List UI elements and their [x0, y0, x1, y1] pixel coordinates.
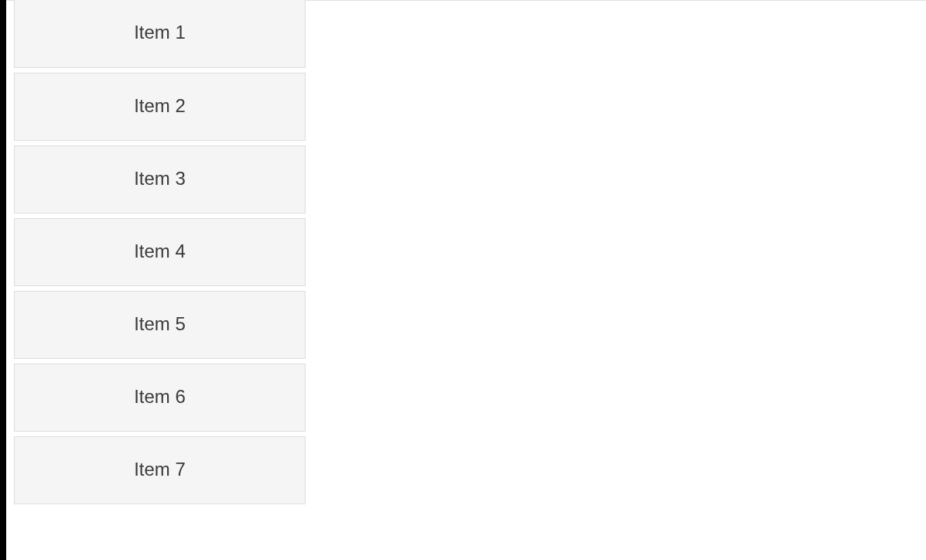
list-item[interactable]: Item 6: [14, 364, 306, 432]
list-item[interactable]: Item 3: [14, 145, 306, 213]
left-scroll-indicator: [0, 0, 6, 560]
item-list: Item 1 Item 2 Item 3 Item 4 Item 5 Item …: [14, 0, 306, 509]
list-item-label: Item 3: [134, 168, 186, 190]
list-item[interactable]: Item 2: [14, 73, 306, 141]
list-item-label: Item 6: [134, 386, 186, 408]
list-item-label: Item 2: [134, 95, 186, 117]
list-item[interactable]: Item 5: [14, 291, 306, 359]
list-item[interactable]: Item 4: [14, 218, 306, 286]
list-item[interactable]: Item 7: [14, 436, 306, 504]
list-item-label: Item 1: [134, 22, 186, 43]
list-item[interactable]: Item 1: [14, 0, 306, 68]
list-item-label: Item 5: [134, 313, 186, 335]
list-item-label: Item 4: [134, 241, 186, 262]
list-item-label: Item 7: [134, 459, 186, 480]
